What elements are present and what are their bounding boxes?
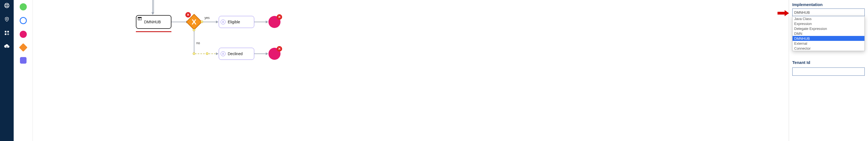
user-task-declined[interactable]: Declined: [219, 48, 254, 60]
svg-rect-8: [7, 31, 9, 33]
end-event-eligible[interactable]: ✕: [269, 16, 280, 28]
gateway-x-icon: X: [192, 18, 196, 25]
remove-badge-icon[interactable]: ✕: [277, 46, 282, 52]
connector-segment: [153, 0, 154, 13]
implementation-option[interactable]: Expression: [793, 21, 864, 26]
left-nav: [0, 0, 14, 141]
tenant-id-input[interactable]: [792, 68, 865, 76]
palette-task[interactable]: [20, 57, 27, 64]
bpmn-canvas[interactable]: DMNHUB X ✕ yes no Eligible Declined: [33, 0, 789, 141]
life-ring-icon[interactable]: [4, 2, 10, 9]
connector-segment: [194, 31, 194, 53]
implementation-select-input[interactable]: [792, 8, 865, 16]
palette-start-event[interactable]: [20, 3, 27, 10]
exclusive-gateway[interactable]: X ✕: [186, 14, 202, 30]
implementation-option-selected[interactable]: DMNHUB: [793, 36, 864, 41]
svg-point-6: [6, 18, 7, 20]
implementation-option[interactable]: Connector: [793, 46, 864, 51]
palette-end-event[interactable]: [20, 31, 27, 38]
implementation-option[interactable]: Delegate Expression: [793, 26, 864, 31]
flow-label-no: no: [196, 41, 200, 45]
connector-segment: [152, 0, 153, 13]
svg-point-1: [6, 4, 8, 6]
validation-error-underline: [136, 31, 172, 32]
implementation-option[interactable]: External: [793, 41, 864, 46]
arrowhead-icon: [266, 21, 268, 23]
arrowhead-icon: [216, 52, 218, 55]
implementation-dropdown-list: Java Class Expression Delegate Expressio…: [792, 16, 865, 51]
business-rule-icon: [138, 17, 142, 20]
bpmn-palette: [14, 0, 33, 141]
svg-line-5: [8, 6, 8, 7]
svg-point-14: [222, 21, 224, 22]
apps-add-icon[interactable]: [4, 30, 10, 36]
svg-point-15: [222, 53, 224, 54]
sequence-flow-handle[interactable]: [206, 52, 208, 55]
user-icon: [221, 51, 225, 56]
svg-rect-9: [5, 33, 6, 35]
implementation-option[interactable]: DMN: [793, 31, 864, 36]
user-icon: [221, 20, 225, 24]
connector-segment: [254, 53, 266, 54]
implementation-option[interactable]: Java Class: [793, 16, 864, 21]
connector-segment: [172, 22, 187, 22]
palette-gateway[interactable]: [19, 43, 27, 52]
svg-line-3: [8, 4, 8, 5]
svg-rect-7: [5, 31, 6, 33]
connector-segment: [254, 22, 266, 22]
remove-badge-icon[interactable]: ✕: [185, 12, 191, 18]
connector-segment: [203, 22, 217, 22]
callout-arrow-icon: [777, 10, 789, 16]
end-event-declined[interactable]: ✕: [269, 48, 280, 60]
cloud-download-icon[interactable]: [4, 43, 10, 50]
task-label: DMNHUB: [144, 20, 161, 24]
task-label: Declined: [228, 52, 243, 56]
service-task-dmnhub[interactable]: DMNHUB: [136, 15, 172, 29]
arrowhead-icon: [151, 13, 154, 15]
remove-badge-icon[interactable]: ✕: [277, 14, 282, 20]
svg-line-2: [5, 4, 6, 5]
properties-panel: Implementation Java Class Expression Del…: [789, 0, 868, 141]
shield-icon[interactable]: [4, 16, 10, 23]
arrowhead-icon: [266, 52, 268, 55]
flow-label-yes: yes: [205, 16, 210, 20]
implementation-select[interactable]: Java Class Expression Delegate Expressio…: [792, 8, 865, 16]
palette-intermediate-event[interactable]: [20, 17, 27, 24]
connector-segment: [195, 53, 216, 54]
tenant-id-label: Tenant Id: [792, 60, 865, 65]
task-label: Eligible: [228, 20, 240, 24]
svg-rect-11: [138, 17, 142, 18]
arrowhead-icon: [216, 21, 218, 23]
implementation-section-label: Implementation: [792, 2, 865, 7]
svg-line-4: [5, 6, 6, 7]
user-task-eligible[interactable]: Eligible: [219, 16, 254, 28]
svg-point-0: [5, 3, 9, 8]
